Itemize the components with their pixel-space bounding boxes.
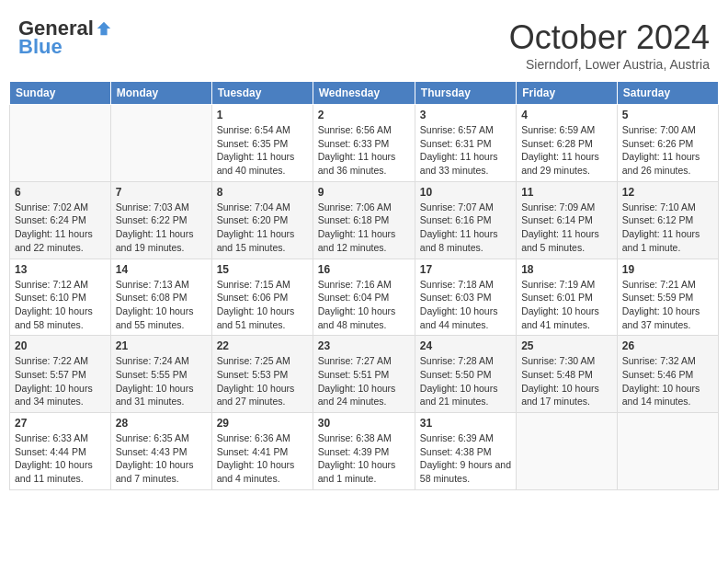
calendar-cell: 2Sunrise: 6:56 AM Sunset: 6:33 PM Daylig… — [313, 105, 415, 182]
day-number: 20 — [15, 339, 106, 352]
day-info: Sunrise: 6:56 AM Sunset: 6:33 PM Dayligh… — [318, 123, 410, 178]
day-info: Sunrise: 7:07 AM Sunset: 6:16 PM Dayligh… — [420, 201, 511, 255]
calendar-cell: 9Sunrise: 7:06 AM Sunset: 6:18 PM Daylig… — [313, 181, 415, 259]
day-info: Sunrise: 6:33 AM Sunset: 4:44 PM Dayligh… — [15, 431, 106, 486]
day-number: 19 — [622, 263, 713, 276]
calendar-cell: 31Sunrise: 6:39 AM Sunset: 4:38 PM Dayli… — [415, 413, 516, 490]
day-info: Sunrise: 7:30 AM Sunset: 5:48 PM Dayligh… — [521, 354, 612, 408]
day-info: Sunrise: 6:39 AM Sunset: 4:38 PM Dayligh… — [420, 431, 511, 486]
day-number: 13 — [15, 263, 106, 276]
calendar-cell: 24Sunrise: 7:28 AM Sunset: 5:50 PM Dayli… — [415, 336, 516, 413]
day-info: Sunrise: 7:22 AM Sunset: 5:57 PM Dayligh… — [15, 354, 106, 408]
calendar-cell — [110, 105, 211, 182]
day-number: 31 — [420, 417, 511, 430]
day-info: Sunrise: 7:03 AM Sunset: 6:22 PM Dayligh… — [116, 201, 207, 255]
logo-blue: Blue — [18, 35, 63, 59]
day-number: 11 — [521, 186, 612, 199]
day-number: 4 — [521, 109, 612, 121]
calendar-cell: 15Sunrise: 7:15 AM Sunset: 6:06 PM Dayli… — [211, 259, 313, 336]
day-header-saturday: Saturday — [617, 82, 718, 105]
title-section: October 2024 Sierndorf, Lower Austria, A… — [509, 18, 710, 72]
calendar-cell: 8Sunrise: 7:04 AM Sunset: 6:20 PM Daylig… — [211, 181, 313, 259]
day-number: 9 — [318, 186, 410, 199]
day-info: Sunrise: 7:24 AM Sunset: 5:55 PM Dayligh… — [116, 354, 207, 408]
calendar-cell: 12Sunrise: 7:10 AM Sunset: 6:12 PM Dayli… — [617, 181, 718, 259]
day-info: Sunrise: 7:18 AM Sunset: 6:03 PM Dayligh… — [420, 278, 511, 332]
day-info: Sunrise: 7:04 AM Sunset: 6:20 PM Dayligh… — [217, 201, 308, 255]
calendar-cell: 5Sunrise: 7:00 AM Sunset: 6:26 PM Daylig… — [617, 105, 718, 182]
calendar-cell: 6Sunrise: 7:02 AM Sunset: 6:24 PM Daylig… — [10, 181, 111, 259]
day-number: 25 — [521, 339, 612, 352]
day-number: 21 — [116, 339, 207, 352]
calendar-cell: 10Sunrise: 7:07 AM Sunset: 6:16 PM Dayli… — [415, 181, 516, 259]
day-info: Sunrise: 7:13 AM Sunset: 6:08 PM Dayligh… — [116, 278, 207, 332]
calendar-cell: 19Sunrise: 7:21 AM Sunset: 5:59 PM Dayli… — [617, 259, 718, 336]
day-number: 30 — [318, 417, 410, 430]
day-info: Sunrise: 7:15 AM Sunset: 6:06 PM Dayligh… — [217, 278, 308, 332]
calendar-cell: 14Sunrise: 7:13 AM Sunset: 6:08 PM Dayli… — [110, 259, 211, 336]
calendar-cell: 16Sunrise: 7:16 AM Sunset: 6:04 PM Dayli… — [313, 259, 415, 336]
day-number: 7 — [116, 186, 207, 199]
day-header-sunday: Sunday — [10, 82, 111, 105]
header: General Blue October 2024 Sierndorf, Low… — [9, 9, 719, 76]
calendar-cell: 23Sunrise: 7:27 AM Sunset: 5:51 PM Dayli… — [313, 336, 415, 413]
calendar: SundayMondayTuesdayWednesdayThursdayFrid… — [9, 81, 719, 490]
month-title: October 2024 — [509, 18, 710, 57]
logo-icon — [96, 20, 112, 37]
day-number: 29 — [217, 417, 308, 430]
day-info: Sunrise: 6:36 AM Sunset: 4:41 PM Dayligh… — [217, 431, 308, 486]
calendar-cell: 29Sunrise: 6:36 AM Sunset: 4:41 PM Dayli… — [211, 413, 313, 490]
location-title: Sierndorf, Lower Austria, Austria — [509, 57, 710, 72]
day-header-wednesday: Wednesday — [313, 82, 415, 105]
day-info: Sunrise: 7:28 AM Sunset: 5:50 PM Dayligh… — [420, 354, 511, 408]
day-info: Sunrise: 7:02 AM Sunset: 6:24 PM Dayligh… — [15, 201, 106, 255]
calendar-cell: 20Sunrise: 7:22 AM Sunset: 5:57 PM Dayli… — [10, 336, 111, 413]
day-info: Sunrise: 7:32 AM Sunset: 5:46 PM Dayligh… — [622, 354, 713, 408]
calendar-cell: 18Sunrise: 7:19 AM Sunset: 6:01 PM Dayli… — [517, 259, 618, 336]
calendar-cell: 7Sunrise: 7:03 AM Sunset: 6:22 PM Daylig… — [110, 181, 211, 259]
day-info: Sunrise: 7:09 AM Sunset: 6:14 PM Dayligh… — [521, 201, 612, 255]
day-info: Sunrise: 7:10 AM Sunset: 6:12 PM Dayligh… — [622, 201, 713, 255]
day-number: 28 — [116, 417, 207, 430]
logo: General Blue — [18, 18, 112, 59]
day-info: Sunrise: 7:21 AM Sunset: 5:59 PM Dayligh… — [622, 278, 713, 332]
calendar-cell: 30Sunrise: 6:38 AM Sunset: 4:39 PM Dayli… — [313, 413, 415, 490]
day-number: 18 — [521, 263, 612, 276]
day-number: 23 — [318, 339, 410, 352]
calendar-cell: 28Sunrise: 6:35 AM Sunset: 4:43 PM Dayli… — [110, 413, 211, 490]
day-info: Sunrise: 6:38 AM Sunset: 4:39 PM Dayligh… — [318, 431, 410, 486]
day-header-tuesday: Tuesday — [211, 82, 313, 105]
calendar-cell — [517, 413, 618, 490]
calendar-cell: 21Sunrise: 7:24 AM Sunset: 5:55 PM Dayli… — [110, 336, 211, 413]
day-number: 15 — [217, 263, 308, 276]
day-number: 12 — [622, 186, 713, 199]
day-number: 16 — [318, 263, 410, 276]
day-number: 27 — [15, 417, 106, 430]
calendar-cell: 3Sunrise: 6:57 AM Sunset: 6:31 PM Daylig… — [415, 105, 516, 182]
day-number: 17 — [420, 263, 511, 276]
day-number: 26 — [622, 339, 713, 352]
day-info: Sunrise: 7:00 AM Sunset: 6:26 PM Dayligh… — [622, 123, 713, 178]
calendar-cell: 22Sunrise: 7:25 AM Sunset: 5:53 PM Dayli… — [211, 336, 313, 413]
day-info: Sunrise: 6:54 AM Sunset: 6:35 PM Dayligh… — [217, 123, 308, 178]
day-info: Sunrise: 7:06 AM Sunset: 6:18 PM Dayligh… — [318, 201, 410, 255]
day-number: 22 — [217, 339, 308, 352]
day-info: Sunrise: 6:59 AM Sunset: 6:28 PM Dayligh… — [521, 123, 612, 178]
day-number: 1 — [217, 109, 308, 121]
day-number: 3 — [420, 109, 511, 121]
day-number: 2 — [318, 109, 410, 121]
day-number: 10 — [420, 186, 511, 199]
day-number: 6 — [15, 186, 106, 199]
calendar-cell: 17Sunrise: 7:18 AM Sunset: 6:03 PM Dayli… — [415, 259, 516, 336]
calendar-cell: 26Sunrise: 7:32 AM Sunset: 5:46 PM Dayli… — [617, 336, 718, 413]
day-info: Sunrise: 7:27 AM Sunset: 5:51 PM Dayligh… — [318, 354, 410, 408]
day-info: Sunrise: 7:16 AM Sunset: 6:04 PM Dayligh… — [318, 278, 410, 332]
calendar-cell: 11Sunrise: 7:09 AM Sunset: 6:14 PM Dayli… — [517, 181, 618, 259]
day-number: 5 — [622, 109, 713, 121]
day-number: 24 — [420, 339, 511, 352]
day-info: Sunrise: 6:35 AM Sunset: 4:43 PM Dayligh… — [116, 431, 207, 486]
calendar-cell: 1Sunrise: 6:54 AM Sunset: 6:35 PM Daylig… — [211, 105, 313, 182]
day-info: Sunrise: 7:12 AM Sunset: 6:10 PM Dayligh… — [15, 278, 106, 332]
day-header-monday: Monday — [110, 82, 211, 105]
day-header-friday: Friday — [517, 82, 618, 105]
